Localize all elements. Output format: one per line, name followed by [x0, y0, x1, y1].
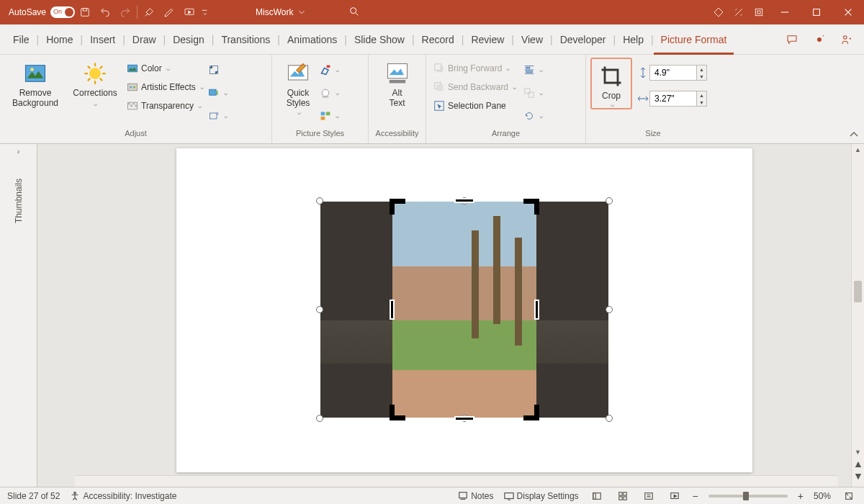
- quick-tool-1-icon[interactable]: [139, 0, 159, 24]
- quick-tool-2-icon[interactable]: [159, 0, 179, 24]
- send-backward-button[interactable]: Send Backward⌵: [431, 78, 519, 96]
- horizontal-scrollbar[interactable]: [75, 475, 838, 487]
- tab-record[interactable]: Record: [415, 24, 462, 55]
- redo-icon[interactable]: [115, 0, 135, 24]
- tab-help[interactable]: Help: [616, 24, 651, 55]
- resize-handle-ml[interactable]: [316, 306, 323, 313]
- artistic-effects-button[interactable]: Artistic Effects⌵: [124, 78, 207, 96]
- tab-view[interactable]: View: [514, 24, 550, 55]
- close-button[interactable]: [832, 0, 864, 24]
- diamond-icon[interactable]: [708, 0, 729, 24]
- toggle-switch[interactable]: On: [50, 6, 75, 18]
- document-title[interactable]: MiscWork: [256, 7, 305, 17]
- next-slide-button[interactable]: ⯆: [852, 471, 864, 481]
- vertical-scrollbar[interactable]: ▲ ▼ ⯅ ⯆: [851, 144, 864, 487]
- sorter-view-button[interactable]: [615, 490, 631, 503]
- change-picture-button[interactable]: ⌵: [208, 84, 228, 102]
- crop-handle-bl[interactable]: [390, 405, 405, 420]
- thumbnails-pane[interactable]: › Thumbnails: [0, 144, 37, 487]
- transparency-button[interactable]: Transparency⌵: [124, 96, 207, 115]
- resize-handle-bl[interactable]: [316, 415, 323, 422]
- resize-handle-tl[interactable]: [316, 197, 323, 204]
- picture-layout-button[interactable]: ⌵: [320, 107, 339, 125]
- thumbnails-expand-icon[interactable]: ›: [17, 147, 20, 156]
- search-button[interactable]: [348, 6, 360, 19]
- fit-to-window-button[interactable]: [841, 490, 857, 503]
- color-button[interactable]: Color⌵: [124, 59, 207, 78]
- autosave-toggle[interactable]: AutoSave On: [0, 6, 75, 18]
- slide[interactable]: [176, 148, 752, 472]
- slide-counter[interactable]: Slide 27 of 52: [7, 491, 60, 501]
- bring-forward-button[interactable]: Bring Forward⌵: [431, 59, 519, 78]
- notes-button[interactable]: Notes: [458, 491, 493, 501]
- maximize-button[interactable]: [801, 0, 832, 24]
- crop-button[interactable]: Crop ⌵: [595, 60, 628, 108]
- slide-canvas[interactable]: [37, 144, 851, 487]
- tab-transitions[interactable]: Transitions: [214, 24, 277, 55]
- width-field[interactable]: 3.27" ▲▼: [636, 91, 707, 107]
- minimize-button[interactable]: [769, 0, 801, 24]
- tab-review[interactable]: Review: [464, 24, 511, 55]
- remove-background-button[interactable]: Remove Background: [4, 58, 66, 109]
- tab-insert[interactable]: Insert: [83, 24, 122, 55]
- zoom-level[interactable]: 50%: [814, 491, 831, 501]
- catch-up-button[interactable]: [808, 30, 831, 50]
- tab-developer[interactable]: Developer: [553, 24, 613, 55]
- tab-home[interactable]: Home: [39, 24, 80, 55]
- tab-picture-format[interactable]: Picture Format: [654, 24, 734, 55]
- crop-handle-left[interactable]: [390, 300, 395, 320]
- selected-picture[interactable]: [320, 202, 608, 418]
- crop-handle-top[interactable]: [454, 198, 474, 203]
- crop-handle-bottom[interactable]: [454, 416, 474, 421]
- tab-design[interactable]: Design: [166, 24, 212, 55]
- tab-file[interactable]: File: [6, 24, 37, 55]
- share-button[interactable]: [835, 30, 858, 50]
- display-settings-button[interactable]: Display Settings: [504, 491, 579, 501]
- tab-animations[interactable]: Animations: [280, 24, 344, 55]
- tab-slideshow[interactable]: Slide Show: [347, 24, 412, 55]
- resize-handle-tr[interactable]: [606, 197, 613, 204]
- scroll-down-icon[interactable]: ▼: [852, 446, 864, 458]
- svg-rect-5: [757, 11, 760, 14]
- compress-pictures-button[interactable]: [208, 60, 228, 79]
- prev-slide-button[interactable]: ⯅: [852, 459, 864, 469]
- crop-handle-tl[interactable]: [390, 199, 405, 215]
- resize-handle-mr[interactable]: [606, 306, 613, 313]
- zoom-out-button[interactable]: −: [693, 490, 698, 502]
- picture-effects-button[interactable]: ⌵: [320, 84, 339, 102]
- sparkle-icon[interactable]: [729, 0, 749, 24]
- collapse-ribbon-button[interactable]: [848, 129, 860, 140]
- crop-visible-area[interactable]: [392, 202, 536, 418]
- zoom-in-button[interactable]: +: [798, 490, 804, 502]
- quick-styles-button[interactable]: Quick Styles ⌵: [276, 58, 320, 116]
- rotate-button[interactable]: ⌵: [523, 107, 543, 125]
- comments-button[interactable]: [780, 30, 804, 50]
- normal-view-button[interactable]: [589, 490, 605, 503]
- reset-picture-button[interactable]: ⌵: [208, 107, 228, 125]
- qat-overflow-icon[interactable]: [199, 0, 212, 24]
- crop-handle-right[interactable]: [534, 300, 539, 320]
- group-button[interactable]: ⌵: [523, 84, 543, 102]
- height-field[interactable]: 4.9" ▲▼: [636, 65, 707, 81]
- tab-draw[interactable]: Draw: [125, 24, 163, 55]
- save-icon[interactable]: [75, 0, 95, 24]
- align-button[interactable]: ⌵: [523, 60, 543, 79]
- reading-view-button[interactable]: [641, 490, 657, 503]
- crop-handle-tr[interactable]: [523, 199, 539, 215]
- alt-text-button[interactable]: Alt Text: [373, 58, 421, 109]
- scroll-up-icon[interactable]: ▲: [852, 144, 864, 156]
- present-icon[interactable]: [179, 0, 199, 24]
- zoom-slider[interactable]: [708, 495, 788, 498]
- undo-icon[interactable]: [95, 0, 115, 24]
- scroll-thumb[interactable]: [854, 281, 862, 302]
- slideshow-view-button[interactable]: [667, 490, 683, 503]
- corrections-button[interactable]: Corrections⌵: [66, 58, 124, 109]
- picture-border-button[interactable]: ⌵: [320, 60, 339, 79]
- window-mode-icon[interactable]: [749, 0, 769, 24]
- resize-handle-br[interactable]: [606, 415, 613, 422]
- crop-handle-br[interactable]: [523, 405, 539, 420]
- selection-pane-button[interactable]: Selection Pane: [431, 96, 519, 115]
- accessibility-status[interactable]: Accessibility: Investigate: [70, 491, 176, 501]
- width-spinner[interactable]: ▲▼: [697, 91, 707, 107]
- height-spinner[interactable]: ▲▼: [697, 65, 707, 81]
